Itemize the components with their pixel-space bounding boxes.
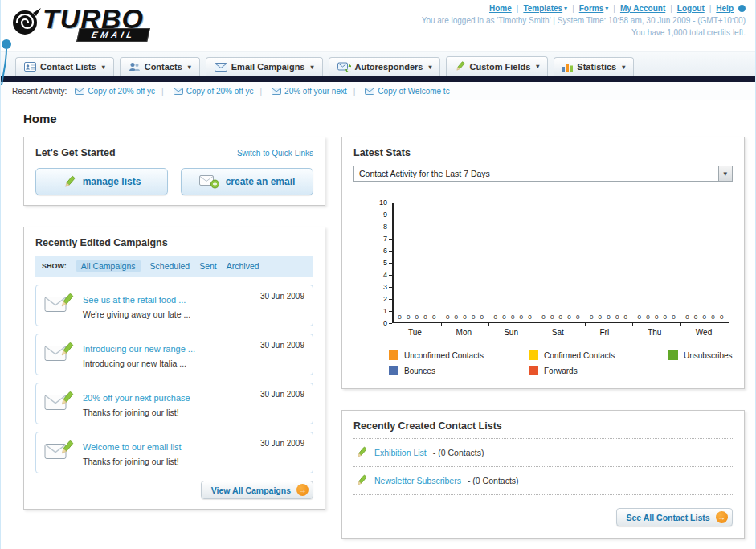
recent-campaigns-panel: Recently Edited Campaigns SHOW: All Camp… bbox=[23, 227, 325, 510]
get-started-panel: Let's Get Started Switch to Quick Links bbox=[23, 137, 325, 206]
legend-item: Unsubscribes bbox=[668, 350, 733, 360]
chevron-down-icon: ▾ bbox=[428, 64, 431, 71]
contact-activity-chart: 109876543210 0 0 0 0 0Tue0 0 0 0 0Mon0 0… bbox=[374, 203, 729, 323]
main-content: Home Let's Get Started Switch to Quick L… bbox=[1, 100, 755, 549]
top-link-my-account[interactable]: My Account bbox=[620, 4, 665, 13]
view-all-campaigns-button[interactable]: View All Campaigns → bbox=[201, 481, 313, 499]
filter-archived[interactable]: Archived bbox=[227, 261, 259, 271]
contact-list-row[interactable]: Newsletter Subscribers - (0 Contacts) bbox=[353, 466, 733, 495]
pencil-icon bbox=[63, 175, 76, 189]
legend-label: Bounces bbox=[404, 367, 435, 375]
chart-legend: Unconfirmed ContactsConfirmed ContactsUn… bbox=[389, 350, 733, 375]
campaign-row[interactable]: Introducing our new range ... Introducin… bbox=[35, 334, 313, 375]
campaign-date: 30 Jun 2009 bbox=[260, 341, 304, 350]
legend-swatch bbox=[529, 366, 538, 375]
latest-stats-title: Latest Stats bbox=[353, 147, 733, 158]
envelope-icon bbox=[174, 88, 183, 95]
top-link-help-wrap: Help bbox=[705, 4, 734, 13]
recent-activity-link[interactable]: Copy of 20% off yc bbox=[186, 87, 254, 96]
recent-activity-item[interactable]: 20% off your next bbox=[253, 87, 346, 96]
campaign-subtitle: We're giving away our late ... bbox=[83, 309, 190, 319]
create-email-label: create an email bbox=[226, 176, 296, 187]
chart-category-group: 0 0 0 0 0Sat bbox=[537, 203, 586, 322]
legend-item: Confirmed Contacts bbox=[529, 350, 665, 360]
nav-tab-autoresponders[interactable]: Autoresponders ▾ bbox=[329, 57, 441, 76]
recent-activity-item[interactable]: Copy of 20% off yc bbox=[155, 87, 253, 96]
recent-contact-lists-title: Recently Created Contact Lists bbox=[353, 420, 733, 432]
top-link-logout-wrap: Logout bbox=[665, 4, 704, 13]
campaign-row[interactable]: 20% off your next purchase Thanks for jo… bbox=[35, 383, 313, 424]
chart-x-label: Tue bbox=[408, 328, 422, 337]
chart-value-labels: 0 0 0 0 0 bbox=[446, 313, 485, 321]
nav-tab-email-campaigns[interactable]: Email Campaigns ▾ bbox=[206, 57, 323, 76]
manage-lists-button[interactable]: manage lists bbox=[35, 168, 168, 195]
campaign-text: See us at the retail food ... We're givi… bbox=[83, 292, 190, 319]
page-title: Home bbox=[23, 112, 731, 125]
chevron-down-icon: ▾ bbox=[536, 63, 539, 70]
recent-activity-items: Copy of 20% off yc Copy of 20% off yc 20… bbox=[75, 87, 449, 96]
recent-activity-link[interactable]: Copy of 20% off yc bbox=[88, 87, 155, 96]
contact-list-row[interactable]: Exhibition List - (0 Contacts) bbox=[353, 438, 733, 466]
recent-activity-link[interactable]: Copy of Welcome tc bbox=[378, 87, 449, 96]
filter-scheduled[interactable]: Scheduled bbox=[150, 261, 190, 271]
campaign-text: Welcome to our email list Thanks for joi… bbox=[83, 439, 182, 466]
nav-tab-statistics[interactable]: Statistics ▾ bbox=[554, 57, 634, 76]
nav-tab-custom-fields[interactable]: Custom Fields ▾ bbox=[446, 56, 548, 76]
nav-tab-contact-lists[interactable]: Contact Lists ▾ bbox=[15, 57, 114, 76]
filter-sent[interactable]: Sent bbox=[199, 261, 217, 271]
chart-value-labels: 0 0 0 0 0 bbox=[638, 313, 677, 321]
stats-filter-dropdown[interactable]: Contact Activity for the Last 7 Days ▼ bbox=[353, 166, 733, 182]
recent-activity-item[interactable]: Copy of Welcome tc bbox=[347, 87, 450, 96]
chart-category-group: 0 0 0 0 0Mon bbox=[442, 203, 490, 322]
contact-list-link[interactable]: Exhibition List bbox=[374, 448, 427, 457]
top-link-templates-wrap: Templates▾ bbox=[512, 4, 567, 13]
campaign-row[interactable]: See us at the retail food ... We're givi… bbox=[35, 285, 313, 326]
contact-list-items: Exhibition List - (0 Contacts) Newslette… bbox=[353, 438, 733, 495]
envelope-pencil-icon bbox=[44, 292, 75, 314]
campaign-title-link[interactable]: Introducing our new range ... bbox=[83, 344, 195, 354]
recent-contact-lists-panel: Recently Created Contact Lists Exhibitio… bbox=[341, 410, 745, 539]
legend-swatch bbox=[529, 350, 538, 360]
top-link-templates[interactable]: Templates bbox=[523, 4, 562, 13]
logo-text: TURBO EMAIL bbox=[43, 5, 144, 32]
envelope-icon bbox=[272, 88, 281, 95]
create-email-button[interactable]: create an email bbox=[181, 168, 313, 195]
see-all-contact-lists-button[interactable]: See All Contact Lists → bbox=[616, 508, 733, 526]
chart-category-group: 0 0 0 0 0Thu bbox=[633, 203, 681, 322]
campaign-filters: SHOW: All Campaigns Scheduled Sent Archi… bbox=[35, 256, 313, 277]
autoresponders-icon bbox=[337, 62, 351, 72]
nav-tab-contacts[interactable]: Contacts ▾ bbox=[120, 57, 200, 76]
chart-x-label: Wed bbox=[696, 328, 712, 337]
campaign-title-link[interactable]: See us at the retail food ... bbox=[83, 295, 186, 305]
campaign-title-link[interactable]: Welcome to our email list bbox=[83, 442, 182, 452]
recent-activity-link[interactable]: 20% off your next bbox=[284, 87, 347, 96]
envelope-pencil-icon bbox=[44, 341, 75, 363]
legend-swatch bbox=[389, 366, 398, 375]
help-bubble-icon[interactable] bbox=[738, 5, 746, 12]
campaign-text: 20% off your next purchase Thanks for jo… bbox=[83, 390, 190, 417]
top-link-logout[interactable]: Logout bbox=[677, 4, 705, 13]
turbo-email-logo[interactable]: TURBO EMAIL bbox=[9, 5, 144, 37]
contact-list-count: - (0 Contacts) bbox=[468, 476, 519, 485]
chart-value-labels: 0 0 0 0 0 bbox=[590, 313, 629, 321]
chart-category-group: 0 0 0 0 0Wed bbox=[681, 203, 729, 322]
legend-item: Unconfirmed Contacts bbox=[389, 350, 525, 360]
filter-all-campaigns[interactable]: All Campaigns bbox=[76, 260, 141, 272]
latest-stats-panel: Latest Stats Contact Activity for the La… bbox=[341, 137, 745, 389]
campaign-date: 30 Jun 2009 bbox=[260, 390, 304, 399]
top-link-help[interactable]: Help bbox=[716, 4, 734, 13]
campaign-title-link[interactable]: 20% off your next purchase bbox=[83, 393, 190, 403]
recent-activity-item[interactable]: Copy of 20% off yc bbox=[75, 87, 155, 96]
top-link-home-wrap: Home bbox=[489, 4, 512, 13]
campaign-row[interactable]: Welcome to our email list Thanks for joi… bbox=[35, 432, 313, 473]
top-link-home[interactable]: Home bbox=[489, 4, 512, 13]
campaign-list: See us at the retail food ... We're givi… bbox=[35, 285, 313, 473]
contact-list-link[interactable]: Newsletter Subscribers bbox=[374, 476, 461, 485]
chevron-down-icon: ▾ bbox=[310, 64, 313, 71]
show-label: SHOW: bbox=[42, 262, 67, 270]
credits-info: You have 1,000 total credits left. bbox=[422, 28, 746, 37]
chart-value-labels: 0 0 0 0 0 bbox=[541, 313, 581, 321]
switch-quick-links-link[interactable]: Switch to Quick Links bbox=[237, 149, 313, 158]
top-link-forms[interactable]: Forms bbox=[579, 4, 604, 13]
chart-category-group: 0 0 0 0 0Fri bbox=[586, 203, 634, 322]
